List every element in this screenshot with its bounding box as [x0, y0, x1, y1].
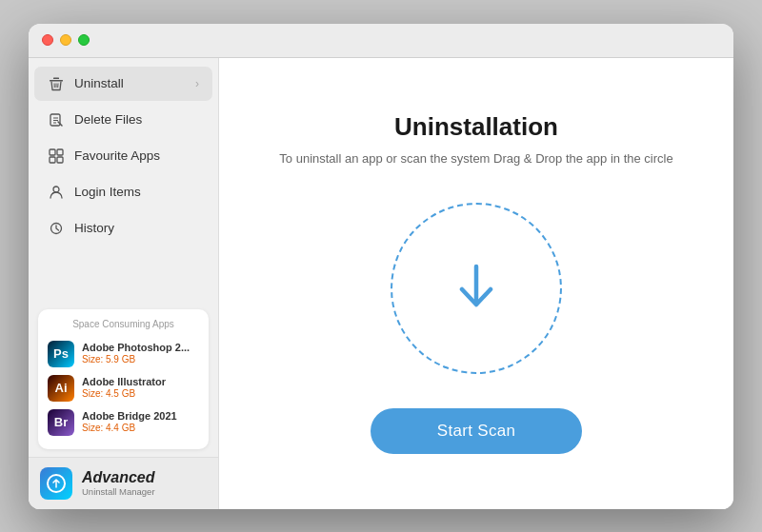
- maximize-button[interactable]: [78, 34, 90, 46]
- favourite-icon: [48, 148, 65, 165]
- app-item-bridge[interactable]: Br Adobe Bridge 2021 Size: 4.4 GB: [48, 405, 199, 440]
- svg-rect-13: [57, 157, 63, 163]
- sidebar-item-label-login-items: Login Items: [74, 185, 199, 199]
- footer-text: Advanced Uninstall Manager: [82, 469, 155, 497]
- sidebar-item-label-favourite-apps: Favourite Apps: [74, 148, 199, 163]
- brand-name: Advanced: [82, 469, 155, 486]
- sidebar-footer: Advanced Uninstall Manager: [29, 457, 218, 509]
- traffic-lights: [42, 34, 90, 46]
- bridge-name: Adobe Bridge 2021: [82, 410, 199, 423]
- content-area: Uninstall › Delete Files: [29, 58, 733, 509]
- svg-rect-0: [50, 80, 63, 82]
- svg-line-15: [52, 192, 53, 194]
- login-icon: [48, 184, 65, 201]
- space-consuming-title: Space Consuming Apps: [48, 319, 199, 329]
- close-button[interactable]: [42, 34, 53, 46]
- drop-zone[interactable]: [391, 203, 562, 374]
- sidebar-item-favourite-apps[interactable]: Favourite Apps: [34, 139, 212, 173]
- illustrator-icon: Ai: [48, 375, 74, 402]
- titlebar: [29, 24, 733, 58]
- bridge-size: Size: 4.4 GB: [82, 423, 199, 434]
- app-window: Uninstall › Delete Files: [29, 24, 733, 509]
- bridge-info: Adobe Bridge 2021 Size: 4.4 GB: [82, 410, 199, 434]
- svg-rect-10: [50, 149, 55, 155]
- space-consuming-section: Space Consuming Apps Ps Adobe Photoshop …: [38, 309, 209, 449]
- minimize-button[interactable]: [60, 34, 71, 46]
- svg-rect-12: [50, 157, 55, 163]
- delete-files-icon: [48, 111, 65, 128]
- main-content: Uninstallation To uninstall an app or sc…: [219, 58, 733, 509]
- svg-rect-1: [53, 77, 59, 79]
- sidebar-item-history[interactable]: History: [34, 211, 212, 246]
- sidebar-item-uninstall[interactable]: Uninstall ›: [34, 67, 212, 101]
- app-item-illustrator[interactable]: Ai Adobe Illustrator Size: 4.5 GB: [48, 371, 199, 405]
- photoshop-icon: Ps: [48, 341, 74, 367]
- photoshop-info: Adobe Photoshop 2... Size: 5.9 GB: [82, 342, 199, 365]
- brand-subtitle: Uninstall Manager: [82, 486, 155, 497]
- sidebar-item-label-history: History: [74, 221, 199, 235]
- history-icon: [48, 220, 65, 237]
- logo-ring: [47, 474, 66, 493]
- svg-point-14: [53, 187, 59, 192]
- trash-icon: [48, 75, 65, 92]
- illustrator-size: Size: 4.5 GB: [82, 388, 199, 400]
- chevron-right-icon: ›: [195, 77, 199, 90]
- page-title: Uninstallation: [394, 112, 558, 142]
- app-logo: [40, 467, 72, 500]
- sidebar-item-label-delete-files: Delete Files: [74, 112, 199, 127]
- page-subtitle: To uninstall an app or scan the system D…: [279, 149, 672, 168]
- svg-rect-11: [57, 149, 63, 155]
- sidebar-item-delete-files[interactable]: Delete Files: [34, 103, 212, 137]
- photoshop-name: Adobe Photoshop 2...: [82, 342, 199, 354]
- illustrator-info: Adobe Illustrator Size: 4.5 GB: [82, 376, 199, 400]
- sidebar-item-label-uninstall: Uninstall: [74, 76, 186, 90]
- sidebar-item-login-items[interactable]: Login Items: [34, 175, 212, 209]
- drop-arrow-icon: [451, 261, 502, 316]
- bridge-icon: Br: [48, 409, 74, 436]
- app-item-photoshop[interactable]: Ps Adobe Photoshop 2... Size: 5.9 GB: [48, 337, 199, 371]
- illustrator-name: Adobe Illustrator: [82, 376, 199, 388]
- start-scan-button[interactable]: Start Scan: [371, 408, 582, 454]
- sidebar: Uninstall › Delete Files: [29, 58, 219, 509]
- photoshop-size: Size: 5.9 GB: [82, 354, 199, 365]
